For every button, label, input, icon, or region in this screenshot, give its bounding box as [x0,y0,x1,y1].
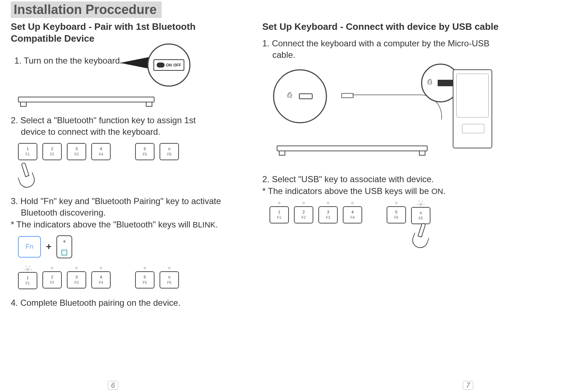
bt-key-f6: ⎋F6 [160,143,179,160]
left-step-1: 1. Turn on the the keyboard. [14,55,122,66]
fn-key: Fn [18,236,41,258]
bt-key-f3: 3F3 [67,143,86,160]
pair-plus-label: + [63,238,66,245]
left-step-3a: 3. Hold "Fn" key and "Bluetooth Pairing"… [11,196,221,206]
switch-knob [157,63,165,68]
usb-icon [428,79,435,87]
left-column: Set Up Keyboard - Pair with 1st Bluetoot… [11,21,241,309]
right-column: Set Up Keyboard - Connect with device by… [262,21,507,309]
led-blink-icon [24,267,31,272]
right-step-2: 2. Select "USB" key to associate with de… [262,174,507,185]
left-step-2: 2. Select a "Bluetooth" function key to … [11,115,241,138]
led-on-icon [418,202,424,207]
led-off-icon [327,202,329,204]
bt-key-f6-b: ⎋F6 [160,271,179,289]
led-off-icon [75,267,78,269]
micro-usb-port-icon [299,93,313,99]
led-off-icon [303,202,305,204]
bt-key-row-blink: 1F1 2F2 3F3 4F4 5F5 ⎋F6 [18,267,241,289]
bt-key-f3-b: 3F3 [67,271,86,289]
page-number-left: 6 [108,381,118,390]
switch-on-label: ON [166,63,172,67]
left-step-2a: 2. Select a "Bluetooth" function key to … [11,115,196,125]
usb-icon [287,92,295,100]
left-step-3b: Bluetooth discovering. [11,207,241,218]
left-heading: Set Up Keyboard - Pair with 1st Bluetoot… [11,21,241,44]
switch-off-label: OFF [173,63,181,67]
led-off-icon [351,202,354,204]
left-step-4: 4. Complete Bluetooth pairing on the dev… [11,297,241,309]
period: . [216,220,218,229]
left-step-3-note-text: * The indicators above the "Bluetooth" k… [11,220,193,229]
usb-key-f3: 3F3 [318,206,338,223]
usb-plug-icon [341,93,354,98]
bt-key-row: 1F1 2F2 3F3 4F4 5F5 ⎋F6 [18,143,241,160]
left-step-3: 3. Hold "Fn" key and "Bluetooth Pairing"… [11,195,241,219]
hand-press-icon [16,162,37,188]
bt-key-f4: 4F4 [91,143,111,160]
bluetooth-icon [61,250,67,255]
usb-key-f2: 2F2 [294,206,313,223]
micro-usb-callout [273,69,327,123]
bt-key-f4-b: 4F4 [91,271,111,289]
on-text: ON [431,187,443,196]
left-step-3-note: * The indicators above the "Bluetooth" k… [11,219,241,230]
right-step-2-note-text: * The indicators above the USB keys will… [262,186,431,196]
bt-key-f1: 1F1 [18,143,37,160]
bt-key-f2: 2F2 [42,143,62,160]
bt-key-f2-b: 2F2 [42,271,62,289]
right-step-2-note: * The indicators above the USB keys will… [262,185,507,197]
page-title: Installation Proccedure [11,1,162,18]
led-off-icon [144,267,146,269]
usb-key-f6: ⎋F6 [411,207,430,224]
left-step-2b: device to connect with the keyboard. [11,126,241,138]
led-off-icon [168,267,170,269]
page-number-right: 7 [463,381,473,390]
led-off-icon [395,202,397,204]
bt-key-f1-b: 1F1 [18,272,37,289]
right-step-1a: 1. Connect the keyboard with a computer … [262,38,489,48]
computer-tower-icon [453,69,492,148]
led-off-icon [278,202,280,204]
keyboard-side-view [277,141,428,156]
led-off-icon [100,267,102,269]
pairing-key: + [56,235,72,258]
bt-key-f5: 5F5 [135,143,155,160]
keyboard-side-view [18,92,155,107]
usb-key-row: 1F1 2F2 3F3 4F4 5F5 ⎋F6 [269,202,507,224]
plus-icon: + [46,241,51,252]
usb-a-port-icon [438,80,453,86]
usb-connection-diagram [269,66,492,159]
hand-press-icon [410,223,431,248]
right-step-1b: cable. [262,49,507,61]
power-switch-callout: ON OFF [147,43,190,87]
power-switch: ON OFF [153,59,184,71]
blink-text: BLINK [193,220,216,229]
right-heading: Set Up Keyboard - Connect with device by… [262,21,507,33]
usb-key-f1: 1F1 [269,206,289,223]
usb-key-f5: 5F5 [387,206,406,223]
led-off-icon [51,267,53,269]
bt-key-f5-b: 5F5 [135,271,155,289]
period: . [443,186,446,196]
usb-key-f4: 4F4 [343,206,362,223]
right-step-1: 1. Connect the keyboard with a computer … [262,38,507,61]
